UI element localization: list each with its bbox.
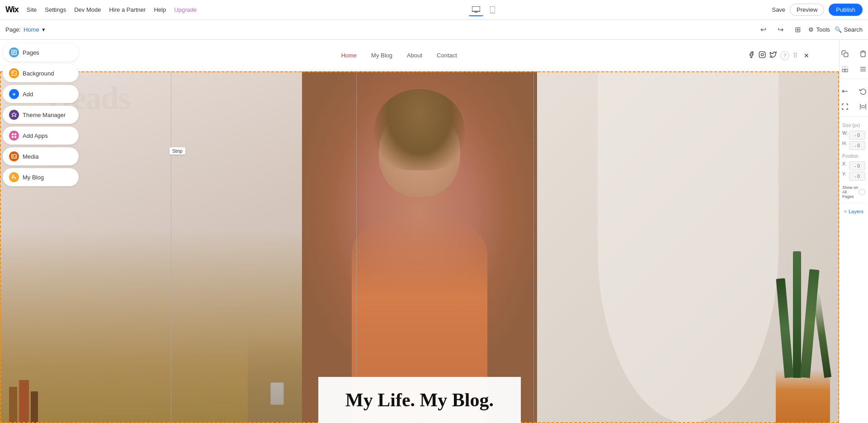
height-value[interactable]: - 0 [849,141,865,150]
right-icon-panel: Size (px) W: - 0 H: - 0 Position X: - 0 … [839,40,868,423]
nav-contact[interactable]: Contact [437,52,457,59]
svg-rect-26 [845,70,847,72]
my-blog-label: My Blog [23,174,44,181]
nav-upgrade[interactable]: Upgrade [174,6,197,13]
background-label: Background [23,70,54,77]
mobile-view-btn[interactable] [485,4,500,16]
svg-rect-13 [12,136,14,138]
page-label: Page: [5,26,21,33]
rp-row-2 [839,62,868,76]
site-header: Tumblr Home My Blog About Contact [0,40,839,71]
height-row: H: - 0 [842,141,865,150]
rp-delete-button[interactable] [855,47,868,61]
svg-rect-19 [759,52,765,57]
show-all-pages-toggle[interactable] [859,189,865,195]
width-value[interactable]: - 0 [849,131,865,140]
rp-row-3 [839,85,868,98]
search-button[interactable]: 🔍 Search [835,26,863,33]
x-value[interactable]: - 0 [849,161,865,170]
chevron-down-icon: ▾ [42,26,45,33]
svg-rect-33 [862,105,864,108]
rp-move-forward-button[interactable] [839,62,853,76]
properties-section: Size (px) W: - 0 H: - 0 Position X: - 0 … [840,119,868,220]
x-row: X: - 0 [842,161,865,170]
pages-icon [9,47,19,57]
x-key: X: [842,161,846,170]
rp-rotate-button[interactable] [855,85,868,98]
pages-label: Pages [23,49,39,56]
sidebar-item-pages[interactable]: Pages [3,43,79,61]
rp-row-1 [839,47,868,61]
width-row: W: - 0 [842,131,865,140]
rp-distribute-button[interactable] [855,100,868,113]
rp-stretch-button[interactable] [839,100,853,113]
nav-about[interactable]: About [407,52,422,59]
sidebar-item-background[interactable]: Background [3,64,79,82]
undo-button[interactable]: ↩ [757,24,769,36]
search-label: Search [844,26,863,33]
nav-my-blog[interactable]: My Blog [371,52,392,59]
sidebar-item-theme-manager[interactable]: Theme Manager [3,106,79,124]
svg-rect-24 [845,66,847,69]
grid-button[interactable]: ⊞ [791,24,804,36]
nav-partner[interactable]: Hire a Partner [109,6,146,13]
sidebar-item-add[interactable]: + Add [3,85,79,103]
instagram-icon[interactable] [759,51,766,60]
background-icon [9,68,19,78]
site-navigation: Home My Blog About Contact [341,52,457,59]
close-button[interactable]: ✕ [801,50,812,61]
page-selector[interactable]: Page: Home ▾ [5,26,45,33]
rp-row-4 [839,100,868,113]
save-button[interactable]: Save [772,6,785,13]
svg-rect-14 [14,136,16,138]
width-key: W: [842,131,848,140]
hero-section[interactable]: Strip Heads [0,71,839,423]
size-label: Size (px) [842,123,865,128]
layers-button[interactable]: Layers [842,207,865,216]
device-switcher [205,4,764,16]
media-icon [9,151,19,161]
svg-rect-11 [12,133,14,135]
rp-group-1 [840,44,868,79]
nav-home[interactable]: Home [341,52,357,59]
y-row: Y: - 0 [842,172,865,181]
preview-button[interactable]: Preview [790,4,824,16]
grid-dots-icon[interactable]: ⠿ [793,52,797,59]
nav-help[interactable]: Help [154,6,166,13]
my-blog-icon [9,172,19,182]
site-header-right: ? ⠿ ✕ [748,50,812,61]
hero-bg-right [537,71,839,423]
tools-label: Tools [816,26,830,33]
sidebar-item-my-blog[interactable]: My Blog [3,168,79,186]
y-key: Y: [842,172,846,181]
y-value[interactable]: - 0 [849,172,865,181]
rp-copy-button[interactable] [839,47,853,61]
rp-align-left-button[interactable] [839,85,853,98]
add-icon: + [9,89,19,99]
left-panel: Pages Background + Add Theme Manager Add… [0,40,81,190]
nav-settings[interactable]: Settings [45,6,66,13]
add-apps-label: Add Apps [23,132,48,139]
sidebar-item-media[interactable]: Media [3,147,79,165]
svg-point-20 [761,53,763,56]
facebook-icon[interactable] [748,51,755,60]
tools-button[interactable]: ⚙ Tools [808,26,830,33]
show-all-pages-row: Show on All Pages [842,185,865,199]
help-icon[interactable]: ? [780,51,789,60]
svg-rect-25 [842,70,844,72]
svg-point-21 [764,53,764,53]
desktop-view-btn[interactable] [469,4,483,16]
layers-section: Layers [842,202,865,216]
tools-icon: ⚙ [808,26,814,33]
svg-rect-22 [844,53,848,57]
hero-text-box: My Life. My Blog. [318,377,521,423]
sidebar-item-add-apps[interactable]: Add Apps [3,127,79,145]
publish-button[interactable]: Publish [829,4,863,16]
nav-devmode[interactable]: Dev Mode [74,6,101,13]
svg-rect-23 [842,66,844,69]
twitter-icon[interactable] [769,51,777,60]
redo-button[interactable]: ↪ [774,24,787,36]
height-key: H: [842,141,847,150]
nav-site[interactable]: Site [27,6,37,13]
rp-arrange-button[interactable] [855,62,868,76]
